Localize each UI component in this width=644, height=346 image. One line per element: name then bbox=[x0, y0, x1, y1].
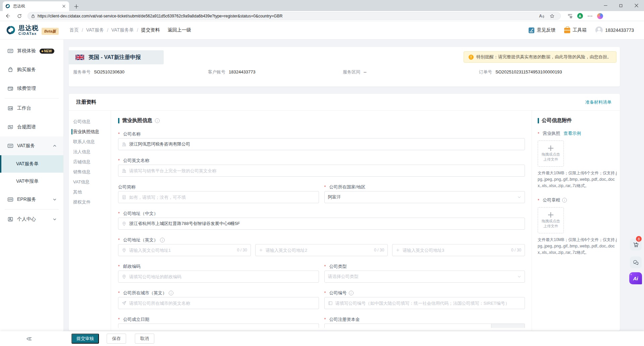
panel-title: 营业执照信息 bbox=[122, 117, 152, 124]
avatar bbox=[595, 26, 603, 34]
collapse-sidebar-icon[interactable] bbox=[26, 336, 32, 342]
info-icon[interactable] bbox=[349, 291, 354, 295]
cancel-button[interactable]: 取消 bbox=[135, 334, 154, 344]
browser-toolbar: https://client-dev.cidatax.com/vat/vat-s… bbox=[0, 11, 644, 21]
breadcrumb-vat-service[interactable]: VAT服务 bbox=[86, 27, 104, 33]
order-no: 订单号SO2025102311574953100000193 bbox=[479, 69, 562, 75]
account-number: 18324433773 bbox=[605, 27, 634, 33]
new-tab-button[interactable] bbox=[72, 3, 80, 10]
sidebar-item-vat-declaration[interactable]: VAT申报单 bbox=[0, 173, 63, 190]
browser-menu-icon[interactable] bbox=[585, 12, 595, 20]
sidebar-item-workbench[interactable]: 工作台 bbox=[0, 99, 63, 118]
account-menu[interactable]: 18324433773 bbox=[595, 26, 634, 34]
registered-capital-field[interactable] bbox=[324, 324, 525, 328]
sidebar: VAT 算税体验 NEW 购买服务 续费管理 工作台 合规图谱 VAT VAT服… bbox=[0, 40, 64, 346]
breadcrumb-vat-ticket[interactable]: VAT服务单 bbox=[111, 27, 134, 33]
favorite-star-icon[interactable] bbox=[547, 12, 557, 20]
form-nav-contact[interactable]: 联系人信息 bbox=[69, 137, 111, 147]
document-icon bbox=[122, 195, 126, 199]
sidebar-item-compliance-map[interactable]: 合规图谱 bbox=[0, 118, 63, 136]
address-en-3-field[interactable]: 0 / 30 bbox=[392, 244, 525, 256]
company-name-en-field[interactable] bbox=[118, 165, 525, 177]
building-icon bbox=[122, 168, 126, 173]
back-button[interactable] bbox=[3, 12, 12, 20]
back-to-parent-link[interactable]: 返回上一级 bbox=[168, 27, 191, 33]
sidebar-item-buy-service[interactable]: 购买服务 bbox=[0, 60, 63, 79]
read-aloud-icon[interactable]: A bbox=[539, 14, 544, 18]
form-nav-sales[interactable]: 销售信息 bbox=[69, 167, 111, 177]
info-icon[interactable] bbox=[169, 291, 173, 295]
action-footer: 提交审核 保存 取消 bbox=[0, 331, 644, 346]
copilot-icon[interactable] bbox=[595, 12, 605, 20]
chevron-down-icon bbox=[53, 197, 57, 201]
address-en-2-field[interactable]: 0 / 30 bbox=[255, 244, 388, 256]
articles-upload[interactable]: 拖拽或点击 上传文件 bbox=[538, 207, 564, 233]
attachments-panel: 公司信息附件 营业执照 查看示例 拖拽或点击 上传文件 文件最大10MB；仅限上… bbox=[538, 117, 618, 256]
app-logo[interactable]: 思达税 CiDATax Beta版 bbox=[6, 25, 59, 36]
sidebar-item-renewal[interactable]: 续费管理 bbox=[0, 79, 63, 98]
sidebar-divider bbox=[5, 98, 59, 99]
new-badge: NEW bbox=[40, 49, 54, 54]
breadcrumb-home[interactable]: 首页 bbox=[69, 27, 79, 33]
business-license-label: 营业执照 查看示例 bbox=[538, 130, 618, 136]
chat-support-button[interactable] bbox=[630, 256, 642, 268]
favorites-bar-icon[interactable] bbox=[565, 12, 575, 20]
ticket-summary-card: 英国 - VAT新注册申报 特别提醒：请完整提供真实有效的数据，由此导致的风险，… bbox=[69, 47, 620, 86]
ai-assistant-button[interactable]: Ai bbox=[629, 272, 642, 284]
chevron-down-icon bbox=[517, 195, 521, 199]
ticket-title-banner: 英国 - VAT新注册申报 bbox=[69, 50, 164, 64]
form-nav-store[interactable]: 店铺信息 bbox=[69, 157, 111, 167]
form-nav-company-info[interactable]: 公司信息 bbox=[69, 117, 111, 127]
country-select[interactable]: 阿富汗 bbox=[324, 191, 525, 203]
browser-tab[interactable]: 思达税 bbox=[3, 1, 69, 11]
sidebar-item-epr-service[interactable]: EPR EPR服务 bbox=[0, 190, 63, 209]
address-en-1-field[interactable]: 0 / 30 bbox=[118, 244, 251, 256]
materials-list-link[interactable]: 准备材料清单 bbox=[585, 99, 611, 105]
url-bar[interactable]: https://client-dev.cidatax.com/vat/vat-s… bbox=[28, 12, 561, 20]
info-icon[interactable] bbox=[562, 198, 567, 203]
window-minimize-button[interactable] bbox=[598, 0, 613, 11]
location-pin-icon bbox=[122, 221, 126, 226]
business-license-upload[interactable]: 拖拽或点击 上传文件 bbox=[538, 140, 564, 167]
breadcrumb: 首页 / VAT服务 / VAT服务单 / 提交资料 返回上一级 bbox=[69, 27, 191, 33]
main-content: 英国 - VAT新注册申报 特别提醒：请完整提供真实有效的数据，由此导致的风险，… bbox=[64, 40, 644, 346]
extension-adguard-icon[interactable] bbox=[575, 12, 585, 20]
form-nav-legal-person[interactable]: 法人信息 bbox=[69, 147, 111, 157]
sidebar-item-vat-service[interactable]: VAT VAT服务 bbox=[0, 136, 63, 155]
company-type-select[interactable]: 请选择公司类型 bbox=[324, 271, 525, 283]
window-close-button[interactable] bbox=[629, 0, 644, 11]
uk-flag-icon bbox=[75, 55, 84, 60]
location-pin-icon bbox=[122, 248, 126, 252]
form-nav-vat-info[interactable]: VAT信息 bbox=[69, 177, 111, 187]
chevron-down-icon bbox=[53, 217, 57, 221]
city-en-field[interactable] bbox=[118, 297, 319, 309]
established-date-field[interactable] bbox=[118, 324, 319, 328]
toolbox-button[interactable]: 工具箱 bbox=[564, 27, 587, 33]
view-example-link[interactable]: 查看示例 bbox=[564, 130, 581, 136]
info-icon[interactable] bbox=[160, 238, 165, 242]
form-nav-authorization[interactable]: 授权文件 bbox=[69, 197, 111, 207]
favicon-cidatax-icon bbox=[5, 4, 10, 9]
tab-close-icon[interactable] bbox=[61, 4, 66, 9]
company-no-field[interactable] bbox=[324, 297, 525, 309]
upload-constraints: 文件最大10MB；仅限上传6个文件；仅支持.jpg,.jpeg,.png,.gi… bbox=[538, 237, 618, 256]
svg-text:EPR: EPR bbox=[8, 198, 12, 200]
form-nav-business-license[interactable]: 营业执照信息 bbox=[69, 127, 111, 137]
info-icon[interactable] bbox=[155, 118, 160, 123]
submit-review-button[interactable]: 提交审核 bbox=[71, 334, 99, 344]
feedback-icon bbox=[529, 27, 534, 33]
sidebar-item-vat-ticket[interactable]: VAT服务单 bbox=[0, 155, 63, 173]
company-short-name-field[interactable] bbox=[118, 191, 319, 203]
save-button[interactable]: 保存 bbox=[107, 334, 126, 344]
window-maximize-button[interactable] bbox=[613, 0, 629, 11]
address-cn-field[interactable] bbox=[118, 218, 525, 230]
refresh-button[interactable] bbox=[15, 12, 24, 20]
sidebar-item-tax-trial[interactable]: VAT 算税体验 NEW bbox=[0, 42, 63, 60]
company-name-field[interactable] bbox=[118, 138, 525, 150]
plus-icon bbox=[548, 212, 553, 218]
vat-box-icon: VAT bbox=[7, 143, 13, 149]
feedback-button[interactable]: 意见反馈 bbox=[529, 27, 555, 33]
form-nav-other[interactable]: 其他 bbox=[69, 187, 111, 197]
sidebar-item-personal-center[interactable]: 个人中心 bbox=[0, 210, 63, 229]
postcode-field[interactable] bbox=[118, 271, 319, 283]
